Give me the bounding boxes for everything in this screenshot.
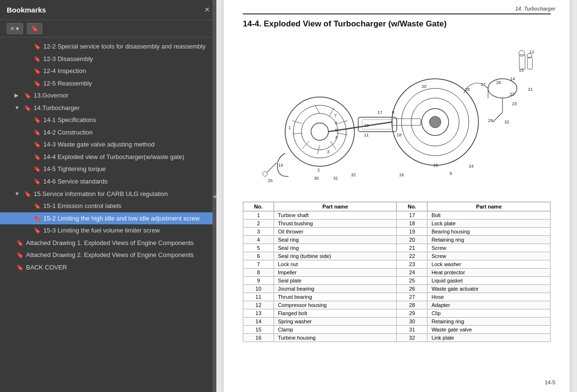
part-name-1: Spring washer <box>274 318 397 326</box>
sidebar-item-item-12-special[interactable]: 🔖12-2 Special service tools for disassem… <box>0 40 216 53</box>
part-name-2: Retaining ring <box>427 318 551 326</box>
part-name-2: Clip <box>427 309 551 318</box>
sidebar-item-item-14[interactable]: ▼🔖14.Turbocharger <box>0 102 216 114</box>
sidebar-item-item-12-3[interactable]: 🔖12-3 Disassembly <box>0 53 216 65</box>
svg-text:30: 30 <box>314 176 319 181</box>
bookmark-icon: 🔖 <box>34 227 40 234</box>
col-header-no2: No. <box>397 202 427 211</box>
svg-text:24: 24 <box>469 164 474 169</box>
sidebar-item-label: BACK COVER <box>26 263 210 272</box>
table-row: 12Compressor housing28Adapter <box>243 301 551 309</box>
part-no-1: 13 <box>243 309 274 318</box>
expand-icon[interactable]: ▼ <box>14 104 22 111</box>
sidebar-item-item-14-5[interactable]: 🔖14-5 Tightening torque <box>0 163 216 175</box>
table-row: 4Seal ring20Retaining ring <box>243 236 551 244</box>
sidebar-item-label: 14-4 Exploded view of Turbocharger(w/was… <box>43 153 210 161</box>
part-name-1: Lock nut <box>274 260 397 269</box>
sidebar-item-item-15[interactable]: ▼🔖15.Service information for CARB ULG re… <box>0 188 216 200</box>
svg-text:32: 32 <box>351 172 356 177</box>
part-no-1: 4 <box>243 236 274 244</box>
sidebar-item-item-14-3[interactable]: 🔖14-3 Waste gate valve adjusting method <box>0 138 216 151</box>
expand-icon[interactable]: ▼ <box>14 190 22 197</box>
bookmark-icon: 🔖 <box>24 104 31 112</box>
svg-text:15: 15 <box>278 163 283 168</box>
part-name-2: Liquid gasket <box>427 277 551 285</box>
sidebar-item-item-14-6[interactable]: 🔖14-6 Service standards <box>0 175 216 188</box>
sidebar-item-item-15-2[interactable]: 🔖15-2 Limiting the high idle and low idl… <box>0 212 216 225</box>
bookmark-icon: 🔖 <box>34 153 40 161</box>
sidebar-item-item-attached-1[interactable]: 🔖Attached Drawing 1. Exploded Views of E… <box>0 237 216 249</box>
view-menu-button[interactable]: ≡ ▾ <box>7 23 23 34</box>
table-row: 3Oil thrower19Bearing housing <box>243 228 551 236</box>
part-no-2: 30 <box>397 318 427 326</box>
part-name-1: Oil thrower <box>274 228 397 236</box>
svg-text:11: 11 <box>364 133 369 137</box>
part-no-2: 18 <box>397 220 427 228</box>
sidebar-item-label: 15-2 Limiting the high idle and low idle… <box>43 214 210 223</box>
svg-text:14: 14 <box>510 76 515 81</box>
sidebar-item-item-14-2[interactable]: 🔖14-2 Construction <box>0 126 216 139</box>
table-row: 9Seal plate25Liquid gasket <box>243 277 551 285</box>
bookmark-icon: 🔖 <box>34 215 40 222</box>
bookmark-icon: 🔖 <box>34 55 40 63</box>
resize-handle[interactable] <box>213 0 216 392</box>
bookmark-icon: 🔖 <box>34 165 40 173</box>
sidebar-item-label: Attached Drawing 1. Exploded Views of En… <box>26 239 210 247</box>
part-name-2: Lock washer <box>427 260 551 269</box>
sidebar-item-label: 14.Turbocharger <box>34 104 210 112</box>
svg-text:20: 20 <box>422 84 426 89</box>
part-name-1: Turbine shaft <box>274 211 397 220</box>
svg-rect-0 <box>243 43 551 187</box>
sidebar-item-label: 15-1 Emission control labels <box>43 202 210 210</box>
bookmark-icon: 🔖 <box>24 92 31 99</box>
part-no-2: 31 <box>397 326 427 334</box>
bookmark-icon: 🔖 <box>34 67 40 75</box>
part-no-2: 28 <box>397 301 427 309</box>
add-bookmark-button[interactable]: 🔖 <box>27 23 42 34</box>
table-row: 15Clamp31Waste gate valve <box>243 326 551 334</box>
expand-icon[interactable]: ▶ <box>14 92 22 99</box>
sidebar-item-item-back-cover[interactable]: 🔖BACK COVER <box>0 261 216 274</box>
svg-text:23: 23 <box>512 101 517 106</box>
svg-text:19: 19 <box>433 163 438 168</box>
part-name-2: Bearing housing <box>427 228 551 236</box>
table-row: 2Thrust bushing18Lock plate <box>243 220 551 228</box>
sidebar-item-item-attached-2[interactable]: 🔖Attached Drawing 2. Exploded Views of E… <box>0 249 216 261</box>
sidebar-header: Bookmarks × <box>0 0 216 20</box>
bookmark-icon: 🔖 <box>34 202 40 210</box>
sidebar-item-label: 14-3 Waste gate valve adjusting method <box>43 140 210 149</box>
sidebar: Bookmarks × ≡ ▾ 🔖 🔖12-2 Special service … <box>0 0 216 392</box>
part-no-1: 10 <box>243 285 274 293</box>
sidebar-item-label: 14-2 Construction <box>43 128 210 137</box>
part-no-2: 17 <box>397 211 427 220</box>
svg-text:25: 25 <box>268 178 273 183</box>
diagram-area: 12 13 14 21 22 23 26 27 28 29 32 20 19 1… <box>243 36 551 194</box>
sidebar-item-label: 12-2 Special service tools for disassemb… <box>43 42 210 51</box>
sidebar-item-item-12-5[interactable]: 🔖12-5 Reassembly <box>0 77 216 90</box>
part-no-2: 26 <box>397 285 427 293</box>
part-no-2: 32 <box>397 334 427 342</box>
part-no-2: 22 <box>397 252 427 260</box>
table-row: 5Seal ring21Screw <box>243 244 551 252</box>
svg-text:13: 13 <box>519 68 524 73</box>
sidebar-item-item-15-1[interactable]: 🔖15-1 Emission control labels <box>0 200 216 212</box>
sidebar-item-item-13[interactable]: ▶🔖13.Governor <box>0 89 216 102</box>
view-icon: ≡ <box>11 25 14 32</box>
document-page: 14. Turbocharger 14-4. Exploded View of … <box>224 0 570 392</box>
sidebar-item-item-14-1[interactable]: 🔖14-1 Specifications <box>0 114 216 126</box>
bookmark-icon: 🔖 <box>16 251 23 259</box>
table-row: 7Lock nut23Lock washer <box>243 260 551 269</box>
close-button[interactable]: × <box>204 5 210 15</box>
part-no-1: 5 <box>243 244 274 252</box>
part-name-1: Seal plate <box>274 277 397 285</box>
part-no-1: 2 <box>243 220 274 228</box>
sidebar-item-label: 12-4 Inspection <box>43 67 210 75</box>
sidebar-item-item-14-4[interactable]: 🔖14-4 Exploded view of Turbocharger(w/wa… <box>0 151 216 163</box>
svg-text:29: 29 <box>488 118 493 123</box>
sidebar-item-label: Attached Drawing 2. Exploded Views of En… <box>26 251 210 259</box>
sidebar-item-item-12-4[interactable]: 🔖12-4 Inspection <box>0 65 216 77</box>
sidebar-item-item-15-3[interactable]: 🔖15-3 Limiting the fuel volume limiter s… <box>0 224 216 237</box>
section-label: 14. Turbocharger <box>515 6 555 12</box>
bookmark-icon: 🔖 <box>34 129 40 136</box>
page-heading: 14-4. Exploded View of Turbocharger (w/W… <box>243 19 551 29</box>
